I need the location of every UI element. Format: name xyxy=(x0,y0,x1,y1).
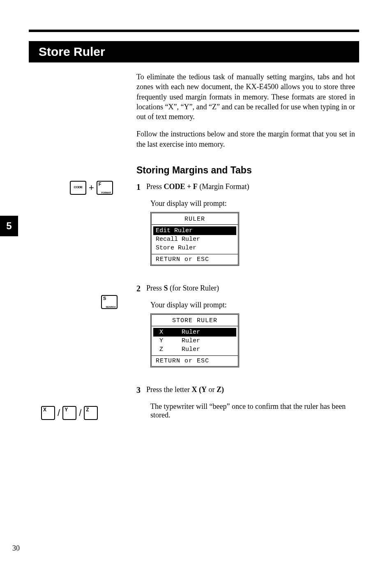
step-number: 3 xyxy=(136,385,145,395)
step-3: 3 Press the letter X (Y or Z) xyxy=(136,385,355,395)
key-s: S SEARCH xyxy=(101,295,118,309)
subheading: Storing Margins and Tabs xyxy=(136,165,355,176)
step-text: Press CODE + F (Margin Format) xyxy=(146,182,249,191)
key-x: X xyxy=(41,406,55,420)
keys-s: S SEARCH xyxy=(101,295,126,309)
screen-footer: RETURN or ESC xyxy=(152,356,238,366)
screen-ruler-menu: RULER Edit Ruler Recall Ruler Store Rule… xyxy=(150,212,239,266)
slash-icon: / xyxy=(79,408,81,418)
key-f: F FORMAT xyxy=(97,181,113,195)
step-2: 2 Press S (for Store Ruler) xyxy=(136,284,355,293)
screen-store-ruler: STORE RULER X Ruler Y Ruler Z Ruler RETU… xyxy=(150,314,239,367)
step-number: 1 xyxy=(136,182,145,192)
step-number: 2 xyxy=(136,284,145,293)
page-number: 30 xyxy=(12,544,20,553)
screen-row: Recall Ruler xyxy=(152,235,238,244)
slash-icon: / xyxy=(58,408,60,418)
step-3-result: The typewriter will “beep” once to confi… xyxy=(150,402,355,420)
step-1-prompt: Your display will prompt: xyxy=(150,199,355,208)
keys-x-y-z: X / Y / Z xyxy=(41,406,127,420)
step-2-prompt: Your display will prompt: xyxy=(150,301,355,309)
body-column: To eliminate the tedious task of manuall… xyxy=(136,72,355,420)
screen-title: RULER xyxy=(152,213,238,224)
screen-row: X Ruler xyxy=(153,328,236,337)
screen-row: Y Ruler xyxy=(152,337,238,345)
step-text: Press the letter X (Y or Z) xyxy=(146,385,224,394)
top-rule xyxy=(29,30,359,32)
key-code: CODE xyxy=(70,181,86,195)
keys-code-plus-f: CODE + F FORMAT xyxy=(70,181,127,195)
intro-paragraph-1: To eliminate the tedious task of manuall… xyxy=(136,72,355,122)
manual-page: Store Ruler 5 CODE + F FORMAT S SEARCH X… xyxy=(0,0,392,565)
step-text: Press S (for Store Ruler) xyxy=(146,284,219,292)
section-header: Store Ruler xyxy=(29,41,359,62)
plus-icon: + xyxy=(89,182,94,193)
screen-footer: RETURN or ESC xyxy=(152,254,238,265)
key-y: Y xyxy=(62,406,76,420)
intro-paragraph-2: Follow the instructions below and store … xyxy=(136,129,355,149)
chapter-tab: 5 xyxy=(0,216,18,236)
screen-row: Edit Ruler xyxy=(153,226,236,235)
screen-row: Store Ruler xyxy=(152,244,238,252)
step-1: 1 Press CODE + F (Margin Format) xyxy=(136,182,355,192)
screen-title: STORE RULER xyxy=(152,315,238,326)
screen-row: Z Ruler xyxy=(152,345,238,354)
key-z: Z xyxy=(84,406,98,420)
